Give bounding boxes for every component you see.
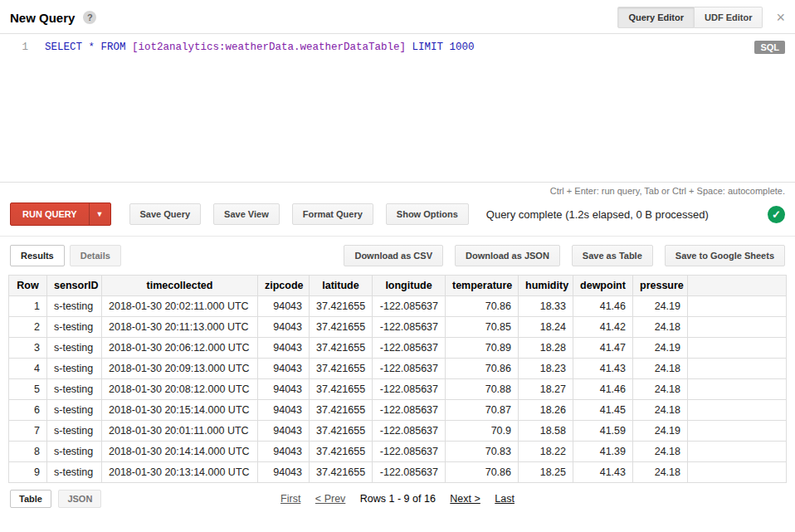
table-cell: 41.39 — [573, 442, 633, 462]
table-row: 2s-testing2018-01-30 20:11:13.000 UTC940… — [9, 317, 787, 338]
download-csv-button[interactable]: Download as CSV — [344, 245, 443, 266]
help-icon[interactable]: ? — [83, 11, 96, 24]
table-cell — [688, 317, 787, 338]
table-cell: -122.085637 — [373, 400, 446, 421]
results-footer: Table JSON First < Prev Rows 1 - 9 of 16… — [0, 483, 795, 515]
table-cell: 18.23 — [519, 359, 573, 379]
table-cell: s-testing — [47, 400, 102, 421]
pagination-next[interactable]: Next > — [450, 493, 480, 505]
table-cell: 2018-01-30 20:13:14.000 UTC — [102, 462, 258, 483]
table-cell: -122.085637 — [373, 317, 446, 338]
sql-token-table-ref: [iot2analytics:weatherData.weatherDataTa… — [132, 41, 406, 53]
query-toolbar: RUN QUERY ▼ Save Query Save View Format … — [0, 198, 795, 236]
table-cell: 41.46 — [573, 379, 633, 400]
column-header: pressure — [633, 276, 688, 296]
table-cell: 70.9 — [446, 421, 519, 442]
table-cell: 24.18 — [633, 462, 688, 483]
table-cell: s-testing — [47, 317, 102, 338]
run-query-button[interactable]: RUN QUERY ▼ — [10, 203, 111, 226]
table-cell: 41.47 — [573, 338, 633, 359]
table-cell: 41.59 — [573, 421, 633, 442]
results-table: RowsensorIDtimecollectedzipcodelatitudel… — [8, 275, 787, 483]
download-json-button[interactable]: Download as JSON — [455, 245, 560, 266]
sql-query-text[interactable]: SELECT * FROM [iot2analytics:weatherData… — [37, 34, 475, 182]
save-as-table-button[interactable]: Save as Table — [572, 245, 653, 266]
column-header: temperature — [446, 276, 519, 296]
sql-editor[interactable]: 1 SELECT * FROM [iot2analytics:weatherDa… — [0, 33, 795, 183]
table-cell: 24.18 — [633, 317, 688, 338]
table-cell: 41.43 — [573, 462, 633, 483]
sql-token-number: 1000 — [450, 41, 475, 53]
tab-query-editor[interactable]: Query Editor — [617, 7, 695, 28]
table-cell: 37.421655 — [310, 379, 373, 400]
table-cell — [688, 442, 787, 462]
success-check-icon: ✓ — [768, 206, 785, 223]
table-header-row: RowsensorIDtimecollectedzipcodelatitudel… — [9, 276, 787, 296]
table-cell: 18.28 — [519, 338, 573, 359]
table-cell: 41.45 — [573, 400, 633, 421]
table-cell — [688, 338, 787, 359]
tab-details[interactable]: Details — [70, 245, 121, 266]
column-header: Row — [9, 276, 47, 296]
table-cell: 9 — [9, 462, 47, 483]
view-json-button[interactable]: JSON — [58, 490, 101, 508]
format-query-button[interactable]: Format Query — [292, 203, 373, 225]
table-cell: 24.18 — [633, 442, 688, 462]
pagination-last[interactable]: Last — [495, 493, 515, 505]
editor-mode-switch: Query Editor UDF Editor × — [617, 7, 785, 28]
table-cell: 24.18 — [633, 400, 688, 421]
topbar: New Query ? Query Editor UDF Editor × — [0, 0, 795, 33]
table-row: 1s-testing2018-01-30 20:02:11.000 UTC940… — [9, 296, 787, 317]
line-number: 1 — [0, 34, 37, 182]
table-cell: 37.421655 — [310, 296, 373, 317]
table-cell: 94043 — [258, 317, 310, 338]
sql-badge: SQL — [754, 41, 785, 54]
table-cell: 94043 — [258, 338, 310, 359]
page-title: New Query — [10, 11, 75, 25]
table-cell: 70.89 — [446, 338, 519, 359]
table-cell — [688, 462, 787, 483]
pagination: First < Prev Rows 1 - 9 of 16 Next > Las… — [0, 493, 795, 505]
pagination-prev[interactable]: < Prev — [315, 493, 345, 505]
save-view-button[interactable]: Save View — [213, 203, 280, 225]
table-cell: -122.085637 — [373, 296, 446, 317]
table-row: 4s-testing2018-01-30 20:09:13.000 UTC940… — [9, 359, 787, 379]
table-cell: 37.421655 — [310, 400, 373, 421]
table-cell: 37.421655 — [310, 359, 373, 379]
tab-udf-editor[interactable]: UDF Editor — [695, 7, 763, 28]
view-table-button[interactable]: Table — [10, 490, 51, 508]
table-cell: 37.421655 — [310, 462, 373, 483]
tab-results[interactable]: Results — [10, 245, 65, 266]
close-icon[interactable]: × — [776, 10, 785, 25]
table-cell: 18.25 — [519, 462, 573, 483]
table-cell: 70.86 — [446, 296, 519, 317]
query-status: Query complete (1.2s elapsed, 0 B proces… — [486, 208, 709, 221]
caret-down-icon: ▼ — [96, 210, 104, 218]
table-cell: 70.83 — [446, 442, 519, 462]
save-query-button[interactable]: Save Query — [129, 203, 202, 225]
column-header: humidity — [519, 276, 573, 296]
table-cell: 18.24 — [519, 317, 573, 338]
run-query-dropdown[interactable]: ▼ — [89, 203, 110, 225]
table-cell: 94043 — [258, 421, 310, 442]
run-query-label: RUN QUERY — [11, 203, 89, 225]
column-header: sensorID — [47, 276, 102, 296]
table-cell: s-testing — [47, 442, 102, 462]
table-cell: s-testing — [47, 462, 102, 483]
table-cell: 70.88 — [446, 379, 519, 400]
column-header — [688, 276, 787, 296]
table-cell: s-testing — [47, 359, 102, 379]
table-cell: 2018-01-30 20:14:14.000 UTC — [102, 442, 258, 462]
table-cell: 24.19 — [633, 421, 688, 442]
sql-token-keyword: LIMIT — [406, 41, 450, 53]
table-cell: 18.22 — [519, 442, 573, 462]
table-cell: 37.421655 — [310, 317, 373, 338]
view-toggle: Table JSON — [10, 490, 105, 508]
table-cell: 2018-01-30 20:06:12.000 UTC — [102, 338, 258, 359]
table-cell: s-testing — [47, 379, 102, 400]
table-cell: 94043 — [258, 400, 310, 421]
table-cell: 4 — [9, 359, 47, 379]
save-to-sheets-button[interactable]: Save to Google Sheets — [665, 245, 785, 266]
show-options-button[interactable]: Show Options — [386, 203, 469, 225]
pagination-first[interactable]: First — [280, 493, 300, 505]
